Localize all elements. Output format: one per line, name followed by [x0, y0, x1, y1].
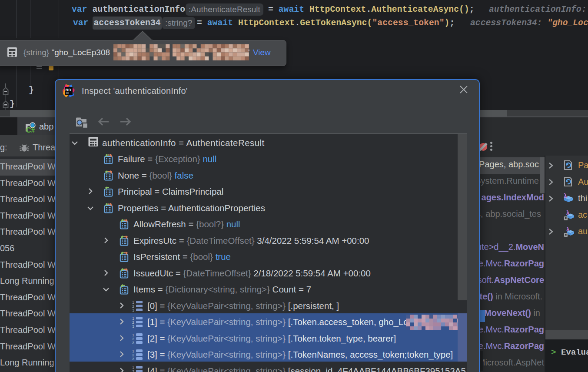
svg-text:3: 3: [132, 357, 134, 360]
svg-text:3: 3: [132, 324, 134, 328]
svg-text:λ: λ: [566, 209, 570, 216]
svg-text:3: 3: [132, 341, 134, 344]
svg-text:C#: C#: [26, 126, 35, 134]
svg-text:2: 2: [132, 369, 134, 372]
svg-text:λ: λ: [564, 193, 567, 199]
svg-text:λ: λ: [566, 226, 570, 232]
svg-text:RD: RD: [66, 87, 72, 92]
svg-text:3: 3: [132, 308, 134, 312]
